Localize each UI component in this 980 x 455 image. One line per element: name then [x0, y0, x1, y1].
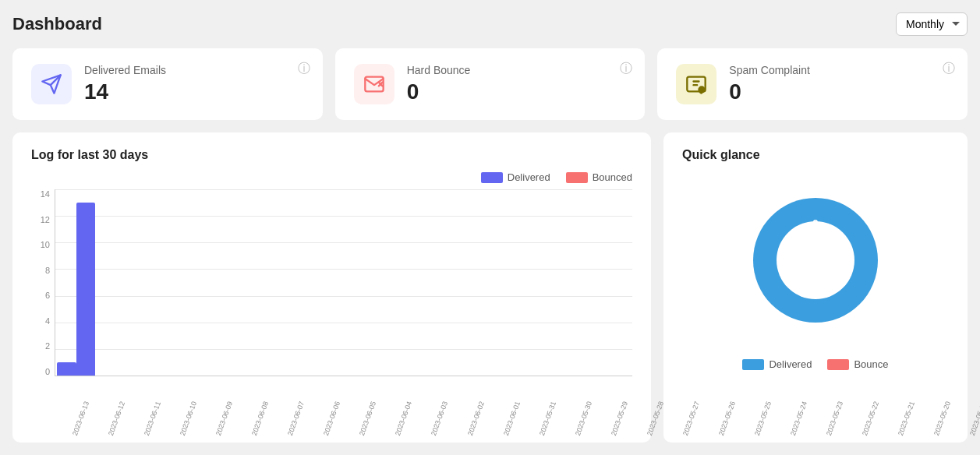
bar-group	[497, 189, 516, 376]
x-label: 2023-05-28	[642, 399, 665, 436]
bar-group	[516, 189, 536, 376]
bar-group	[440, 189, 459, 376]
donut-top-label: 0	[812, 217, 819, 230]
quick-glance-title: Quick glance	[682, 148, 760, 162]
spam-icon: $	[685, 73, 707, 95]
donut-bounce-color	[827, 359, 849, 370]
spam-card: $ Spam Complaint 0 ⓘ	[657, 48, 968, 120]
bounced-color-swatch	[566, 172, 588, 183]
x-label: 2023-06-06	[319, 399, 341, 436]
bounce-mail-icon	[363, 73, 385, 95]
delivered-emails-card: Delivered Emails 14 ⓘ	[12, 48, 323, 120]
bar-group	[210, 189, 229, 376]
bar-group	[535, 189, 554, 376]
donut-delivered-color	[742, 359, 764, 370]
x-label: 2023-06-12	[104, 399, 126, 436]
bar-group	[248, 189, 267, 376]
chart-legend: Delivered Bounced	[31, 171, 632, 183]
bar-group	[420, 189, 440, 376]
bar-group	[324, 189, 344, 376]
bounce-label: Hard Bounce	[407, 64, 627, 76]
donut-bounce-label: Bounce	[854, 358, 888, 370]
delivered-info: Delivered Emails 14	[84, 64, 304, 104]
bar-group	[115, 189, 134, 376]
delivered-label: Delivered Emails	[84, 64, 304, 76]
period-select[interactable]: Monthly Daily Weekly Yearly	[896, 12, 968, 36]
spam-label: Spam Complaint	[729, 64, 949, 76]
bar-group	[402, 189, 421, 376]
bar-group	[172, 189, 191, 376]
hard-bounce-card: Hard Bounce 0 ⓘ	[335, 48, 646, 120]
y-axis: 14 12 10 8 6 4 2 0	[31, 189, 50, 376]
donut-legend: Delivered Bounce	[742, 358, 888, 370]
cards-row: Delivered Emails 14 ⓘ Hard Bounce 0 ⓘ	[12, 48, 968, 120]
x-labels: 2023-06-132023-06-122023-06-112023-06-10…	[55, 416, 632, 427]
x-label: 2023-06-08	[247, 399, 270, 436]
bar-group	[133, 189, 153, 376]
x-label: 2023-06-10	[175, 399, 198, 436]
bounce-value: 0	[407, 79, 627, 104]
paper-plane-icon	[41, 73, 62, 95]
bar-group	[76, 189, 96, 376]
delivered-info-icon: ⓘ	[298, 61, 310, 77]
chart-area	[55, 189, 632, 376]
x-label: 2023-05-19	[965, 399, 980, 436]
x-label: 2023-06-01	[499, 399, 522, 436]
chart-title: Log for last 30 days	[31, 148, 632, 162]
bar-group	[458, 189, 478, 376]
log-chart-card: Log for last 30 days Delivered Bounced 1…	[12, 132, 651, 443]
bar-group	[382, 189, 402, 376]
delivered-value: 14	[84, 79, 304, 104]
bar-group	[191, 189, 211, 376]
spam-icon-bg: $	[676, 64, 716, 104]
bar-group	[153, 189, 172, 376]
quick-glance-card: Quick glance 0 14 Delivered Bounce	[663, 132, 968, 443]
x-label: 2023-06-07	[283, 399, 306, 436]
bar-group	[344, 189, 363, 376]
spam-info: Spam Complaint 0	[729, 64, 949, 104]
legend-delivered-label: Delivered	[508, 171, 550, 183]
donut-legend-bounce: Bounce	[827, 358, 888, 370]
donut-svg: 0 14	[730, 175, 901, 346]
bar-group	[478, 189, 497, 376]
x-label: 2023-05-29	[607, 399, 629, 436]
bottom-row: Log for last 30 days Delivered Bounced 1…	[12, 132, 968, 443]
delivered-bar	[76, 203, 96, 376]
page-header: Dashboard Monthly Daily Weekly Yearly	[12, 12, 968, 36]
bounce-info: Hard Bounce 0	[407, 64, 627, 104]
bar-group	[267, 189, 287, 376]
bars-container	[55, 189, 632, 376]
x-label: 2023-06-13	[68, 399, 90, 436]
legend-bounced: Bounced	[566, 171, 632, 183]
x-label: 2023-06-09	[211, 399, 234, 436]
page-title: Dashboard	[12, 14, 102, 34]
x-label: 2023-05-31	[535, 399, 557, 436]
x-label: 2023-06-03	[427, 399, 450, 436]
legend-bounced-label: Bounced	[593, 171, 632, 183]
x-label: 2023-06-02	[463, 399, 486, 436]
bar-group	[286, 189, 306, 376]
bar-group	[57, 189, 76, 376]
bar-group	[229, 189, 249, 376]
x-label: 2023-06-05	[356, 399, 378, 436]
bar-group	[611, 189, 631, 376]
bar-group	[573, 189, 593, 376]
donut-bottom-label: 14	[809, 287, 822, 300]
bounce-info-icon: ⓘ	[620, 61, 632, 77]
bar-group	[593, 189, 612, 376]
delivered-color-swatch	[481, 172, 503, 183]
x-label: 2023-05-30	[571, 399, 593, 436]
donut-legend-delivered: Delivered	[742, 358, 812, 370]
x-label: 2023-06-11	[140, 399, 162, 436]
bounce-icon-bg	[354, 64, 394, 104]
delivered-bar	[57, 362, 76, 376]
donut-chart: 0 14	[730, 175, 901, 346]
bar-group	[95, 189, 115, 376]
bar-group	[554, 189, 574, 376]
bar-group	[306, 189, 325, 376]
legend-delivered: Delivered	[481, 171, 550, 183]
spam-info-icon: ⓘ	[943, 61, 955, 77]
bar-group	[363, 189, 383, 376]
x-label: 2023-06-04	[391, 399, 414, 436]
donut-delivered-label: Delivered	[769, 358, 812, 370]
